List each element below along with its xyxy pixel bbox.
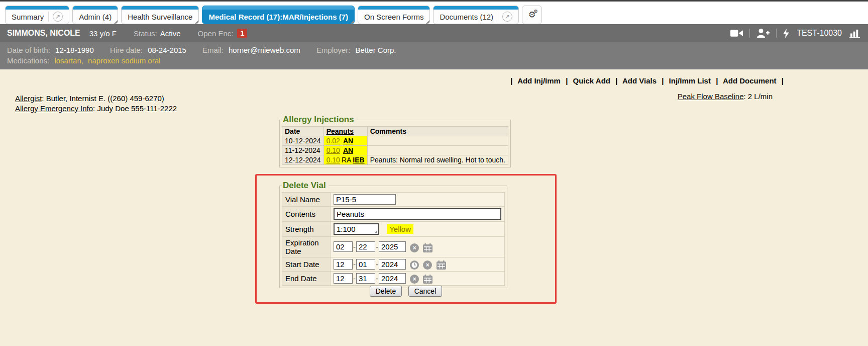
allergy-emergency-line: Allergy Emergency Info: Judy Doe 555-111… [15,104,177,114]
expiration-date-label: Expiration Date [282,237,331,257]
code-link[interactable]: AN [343,137,353,145]
clear-icon[interactable]: × [410,243,419,252]
vial-name-input[interactable] [334,194,396,205]
start-day-input[interactable] [356,259,375,270]
delete-vial-legend: Delete Vial [282,181,329,191]
code-link[interactable]: IEB [353,156,364,164]
start-date-row: Start Date -- × [282,257,505,272]
injection-comments: Peanuts: Normal red swelling. Hot to tou… [367,155,508,165]
peak-flow-baseline-value: : 2 L/min [743,92,773,101]
dose-link[interactable]: 0.02 [327,137,340,145]
peak-flow-baseline-link[interactable]: Peak Flow Baseline [678,92,744,101]
date-separator: - [353,242,356,251]
status-value: Active [160,29,181,38]
end-year-input[interactable] [379,273,406,284]
injection-dose-cell: 0.10AN [323,146,367,155]
highlight-red-outline: Delete Vial Vial Name Contents Strength [255,174,557,304]
injections-header-row: Date Peanuts Comments [282,127,508,136]
allergy-emergency-info-link[interactable]: Allergy Emergency Info [15,104,93,113]
dose-link[interactable]: 0.10 [327,156,340,164]
medication-link[interactable]: losartan [54,56,81,65]
demographics-line1: Date of birth: 12-18-1990 Hire date: 08-… [7,45,861,55]
add-user-icon[interactable] [756,29,770,38]
vial-name-label: Vial Name [282,193,331,207]
patient-name: SIMMONS, NICOLE [7,29,80,38]
start-date-label: Start Date [282,257,331,272]
code-link[interactable]: AN [343,146,353,154]
tab-medical-record-label: Medical Record (17):MAR/Injections (7) [208,13,348,21]
injection-row: 10-12-2024 0.02AN [282,136,508,146]
add-document-link[interactable]: Add Document [723,76,777,85]
date-column-header: Date [282,127,324,136]
cancel-button[interactable]: Cancel [408,286,443,297]
allergist-line: Allergist: Butler, Internist E. ((260) 4… [15,94,177,104]
summary-open-new-window[interactable]: ↗ [48,12,63,22]
dob-value: 12-18-1990 [55,46,94,54]
start-year-input[interactable] [379,259,406,270]
medication-link[interactable]: naproxen sodium oral [88,56,160,65]
calendar-icon[interactable] [437,261,446,270]
tab-medical-record[interactable]: Medical Record (17):MAR/Injections (7) [202,6,355,24]
patient-age-sex: 33 y/o F [89,29,117,38]
strength-input[interactable] [334,223,379,235]
expiration-year-input[interactable] [379,241,406,252]
add-inj-imm-link[interactable]: Add Inj/Imm [517,76,561,85]
delete-vial-form: Vial Name Contents Strength Yellow [282,192,505,286]
chart-id: TEST-10030 [797,29,842,38]
end-date-row: End Date -- × [282,272,505,286]
hire-date-value: 08-24-2015 [148,46,186,54]
tab-on-screen-forms[interactable]: On Screen Forms [358,6,430,24]
tab-admin[interactable]: Admin (4) [72,6,118,24]
date-separator: - [353,260,356,269]
injection-date: 12-12-2024 [282,155,324,165]
tab-summary-label: Summary [12,13,44,21]
clear-icon[interactable]: × [423,261,432,270]
allergist-details: : Butler, Internist E. ((260) 459-6270) [42,94,164,103]
tab-summary[interactable]: Summary ↗ [5,6,69,24]
dob-label: Date of birth: [7,46,50,54]
end-month-input[interactable] [334,273,353,284]
employer-label: Employer: [316,46,351,54]
email-label: Email: [202,46,224,54]
settings-gear-button[interactable]: ⚙ ⚙ [522,6,542,24]
tab-admin-label: Admin (4) [79,13,112,21]
delete-button[interactable]: Delete [370,286,402,297]
documents-open-new-window[interactable]: ↗ [498,12,512,22]
dose-link[interactable]: 0.10 [327,146,340,154]
expiration-month-input[interactable] [334,241,353,252]
tab-documents[interactable]: Documents (12) ↗ [433,6,519,24]
inj-imm-list-link[interactable]: Inj/Imm List [669,76,711,85]
injection-comments [367,146,508,155]
allergist-link[interactable]: Allergist [15,94,42,103]
start-month-input[interactable] [334,259,353,270]
demographics-bar: Date of birth: 12-18-1990 Hire date: 08-… [0,42,868,69]
clear-icon[interactable]: × [410,275,419,284]
clock-icon[interactable] [410,261,419,270]
email-value: horner@mieweb.com [229,46,300,54]
flowsheet-chart-icon[interactable] [849,29,861,38]
tab-bar: Summary ↗ Admin (4) Health Surveillance … [0,2,868,24]
calendar-icon[interactable] [423,243,432,252]
tab-health-surveillance[interactable]: Health Surveillance [121,6,199,24]
expiration-date-row: Expiration Date -- × [282,237,505,257]
main-content: | Add Inj/Imm | Quick Add | Add Vials | … [0,69,868,346]
end-date-label: End Date [282,272,331,286]
peak-flow-baseline: Peak Flow Baseline: 2 L/min [678,92,773,101]
tab-health-surveillance-label: Health Surveillance [128,13,192,21]
video-camera-icon[interactable] [730,29,743,37]
injection-dose-cell: 0.10RAIEB [323,155,367,165]
calendar-icon[interactable] [423,275,432,284]
end-day-input[interactable] [356,273,375,284]
contents-input[interactable] [334,208,501,220]
quick-add-link[interactable]: Quick Add [573,76,610,85]
expiration-day-input[interactable] [356,241,375,252]
quick-actions-bolt-icon[interactable] [783,29,789,38]
strength-color-note: Yellow [387,224,413,234]
open-encounter-badge[interactable]: 1 [237,29,247,38]
comments-column-header: Comments [367,127,508,136]
add-vials-link[interactable]: Add Vials [622,76,657,85]
form-buttons: Delete Cancel [257,286,555,297]
peanuts-column-link[interactable]: Peanuts [327,127,354,135]
medications-label: Medications: [7,56,49,65]
delete-vial-panel: Delete Vial Vial Name Contents Strength [279,181,507,288]
